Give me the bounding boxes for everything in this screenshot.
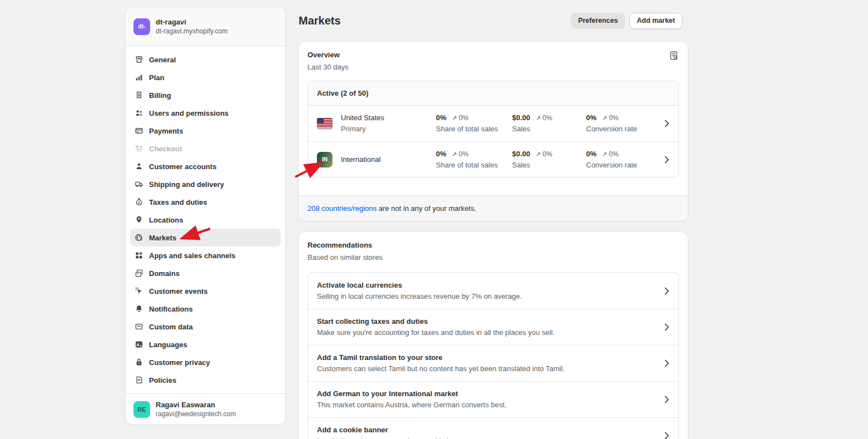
sidebar-item-taxes-and-duties[interactable]: Taxes and duties [130, 193, 281, 211]
recommendations-card: Recommendations Based on similar stores … [299, 232, 688, 439]
share-value: 0% [436, 150, 447, 158]
page-header: Markets Preferences Add market [299, 0, 688, 42]
active-markets-header: Active (2 of 50) [308, 81, 678, 106]
conversion-label: Conversion rate [586, 160, 663, 171]
overview-card: Overview Last 30 days Active (2 of 50) U… [299, 42, 688, 221]
chevron-right-icon [663, 287, 669, 295]
user-email: ragavi@wedesigntech.com [156, 410, 236, 418]
sidebar-item-markets[interactable]: Markets [130, 229, 281, 246]
settings-nav: General Plan Billing Users and permissio… [126, 46, 285, 393]
chevron-right-icon [663, 432, 669, 439]
sales-value: $0.00 [512, 114, 530, 122]
sidebar-item-custom-data[interactable]: Custom data [130, 318, 281, 336]
sidebar-item-shipping-and-delivery[interactable]: Shipping and delivery [130, 175, 281, 193]
user-name: Ragavi Easwaran [156, 400, 236, 410]
countries-regions-link[interactable]: 208 countries/regions [307, 204, 376, 213]
report-search-icon[interactable] [669, 51, 679, 62]
share-delta: ↗ 0% [452, 150, 468, 158]
active-markets-box: Active (2 of 50) United States Primary 0… [307, 81, 679, 177]
us-flag-icon [317, 118, 341, 129]
arrow-up-right-icon: ↗ [535, 115, 540, 121]
bell-icon [135, 304, 143, 313]
recommendation-add-cookie-banner[interactable]: Add a cookie banner Local privacy laws m… [308, 417, 678, 439]
recommendation-add-tamil-translation[interactable]: Add a Tamil translation to your store Cu… [308, 345, 678, 381]
store-header: dt- dt-ragavi dt-ragavi.myshopify.com [126, 7, 285, 46]
market-row-international[interactable]: IN International 0% ↗ 0% Share of total … [308, 141, 678, 177]
recommendation-activate-local-currencies[interactable]: Activate local currencies Selling in loc… [308, 273, 678, 309]
cart-icon [135, 144, 143, 153]
conversion-value: 0% [586, 114, 597, 122]
sidebar-item-label: Shipping and delivery [149, 180, 224, 189]
sales-label: Sales [512, 160, 586, 171]
preferences-button[interactable]: Preferences [571, 13, 626, 29]
arrow-up-right-icon: ↗ [452, 115, 457, 121]
sidebar-item-users-and-permissions[interactable]: Users and permissions [130, 104, 281, 122]
overview-footer: 208 countries/regions are not in any of … [299, 195, 688, 221]
user-avatar: RE [133, 401, 150, 418]
sidebar-item-general[interactable]: General [130, 51, 281, 68]
translate-icon [135, 340, 143, 349]
sidebar-item-plan[interactable]: Plan [130, 68, 281, 86]
sales-label: Sales [512, 124, 586, 135]
sidebar-item-locations[interactable]: Locations [130, 211, 281, 229]
sidebar-item-notifications[interactable]: Notifications [130, 300, 281, 318]
sidebar-item-label: Checkout [149, 145, 182, 153]
recommendation-title: Add a Tamil translation to your store [317, 352, 663, 363]
page-title: Markets [299, 14, 341, 27]
recommendation-description: Make sure you're accounting for taxes an… [317, 327, 663, 338]
market-name: United States [341, 112, 436, 124]
sidebar-item-label: Languages [149, 341, 187, 349]
sidebar-item-label: Billing [149, 91, 171, 100]
location-pin-icon [135, 215, 143, 224]
market-row-united-states[interactable]: United States Primary 0% ↗ 0% Share of t… [308, 106, 678, 141]
share-value: 0% [436, 114, 447, 122]
truck-icon [135, 180, 143, 189]
recommendation-description: This market contains Austria, where Germ… [317, 399, 663, 411]
users-icon [135, 108, 143, 117]
store-name: dt-ragavi [156, 17, 227, 27]
store-domain: dt-ragavi.myshopify.com [156, 27, 227, 36]
cursor-events-icon [135, 287, 143, 295]
sidebar-item-languages[interactable]: Languages [130, 336, 281, 353]
market-name: International [341, 154, 436, 165]
sidebar-item-label: Markets [149, 234, 176, 242]
sales-value: $0.00 [512, 150, 530, 158]
sidebar-item-apps-and-sales-channels[interactable]: Apps and sales channels [130, 246, 281, 264]
chevron-right-icon [663, 359, 669, 367]
conversion-delta: ↗ 0% [602, 114, 618, 122]
sidebar-item-label: Custom data [149, 323, 193, 331]
conversion-delta: ↗ 0% [602, 150, 618, 158]
chevron-right-icon [663, 396, 669, 403]
sidebar-item-customer-privacy[interactable]: Customer privacy [130, 353, 281, 371]
sidebar-item-customer-events[interactable]: Customer events [130, 282, 281, 300]
add-market-button[interactable]: Add market [629, 13, 682, 29]
sidebar-item-checkout: Checkout [130, 140, 281, 157]
recommendation-title: Activate local currencies [317, 280, 663, 291]
overview-title: Overview [307, 51, 679, 60]
arrow-up-right-icon: ↗ [602, 151, 607, 157]
recommendation-title: Start collecting taxes and duties [317, 316, 663, 327]
sidebar-item-label: Payments [149, 127, 183, 135]
arrow-up-right-icon: ↗ [452, 151, 457, 157]
globe-dollar-icon [135, 233, 143, 242]
chevron-right-icon [663, 156, 669, 164]
recommendation-start-collecting-taxes[interactable]: Start collecting taxes and duties Make s… [308, 309, 678, 345]
sidebar-item-label: Notifications [149, 305, 193, 313]
sidebar-item-policies[interactable]: Policies [130, 371, 281, 389]
apps-grid-icon [135, 251, 143, 260]
arrow-up-right-icon: ↗ [535, 151, 540, 157]
recommendation-description: Customers can select Tamil but no conten… [317, 363, 663, 374]
chevron-right-icon [663, 120, 669, 127]
sidebar-item-customer-accounts[interactable]: Customer accounts [130, 157, 281, 175]
sidebar-item-payments[interactable]: Payments [130, 122, 281, 140]
recommendation-add-german[interactable]: Add German to your International market … [308, 381, 678, 417]
store-icon [135, 55, 143, 64]
domains-icon [135, 269, 143, 278]
header-actions: Preferences Add market [571, 13, 682, 29]
sidebar-item-label: Customer privacy [149, 358, 210, 367]
recommendation-title: Add a cookie banner [317, 425, 663, 436]
sidebar-item-domains[interactable]: Domains [130, 264, 281, 282]
sidebar-item-label: General [149, 56, 176, 64]
policies-icon [135, 376, 143, 384]
sidebar-item-billing[interactable]: Billing [130, 86, 281, 104]
